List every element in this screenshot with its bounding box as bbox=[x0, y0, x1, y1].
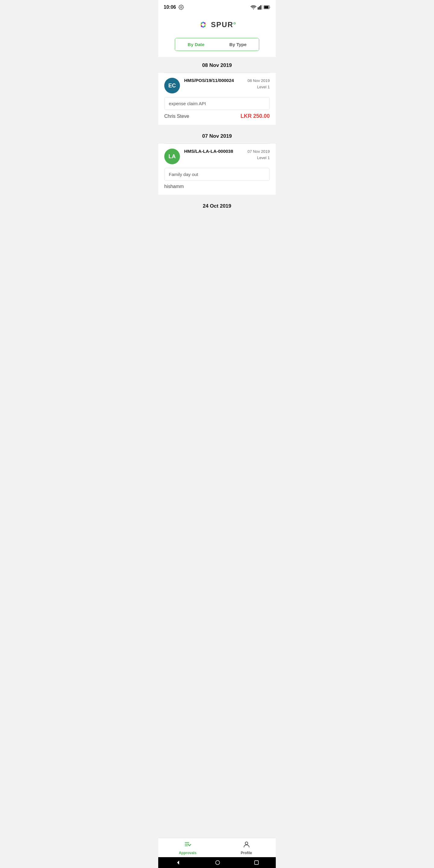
card-user-1: Chris Steve bbox=[164, 114, 189, 119]
avatar-ec: EC bbox=[164, 78, 180, 93]
tab-by-type[interactable]: By Type bbox=[217, 38, 259, 51]
card-header-row: EC HMS/POS/19/11/000024 08 Nov 2019 Leve… bbox=[164, 78, 270, 93]
card-description-2: Family day out bbox=[164, 168, 270, 181]
tab-by-date[interactable]: By Date bbox=[175, 38, 217, 51]
status-time: 10:06 bbox=[164, 4, 176, 10]
tab-switcher-container: By Date By Type bbox=[158, 35, 276, 57]
date-header-oct24: 24 Oct 2019 bbox=[158, 198, 276, 213]
avatar-la: LA bbox=[164, 149, 180, 164]
card-footer-1: Chris Steve LKR 250.00 bbox=[164, 113, 270, 119]
logo: SPURo bbox=[198, 19, 237, 30]
card-meta: HMS/POS/19/11/000024 bbox=[184, 78, 247, 84]
card-id-1: HMS/POS/19/11/000024 bbox=[184, 78, 247, 83]
card-id-2: HMS/LA-LA-LA-000038 bbox=[184, 149, 247, 154]
card-level-2: Level 1 bbox=[247, 155, 270, 161]
card-level-1: Level 1 bbox=[247, 84, 270, 90]
app-header: SPURo bbox=[158, 13, 276, 35]
svg-rect-4 bbox=[261, 5, 262, 10]
card-date-1: 08 Nov 2019 bbox=[247, 78, 270, 84]
card-footer-2: hishamm bbox=[164, 184, 270, 189]
signal-icon bbox=[258, 5, 262, 10]
date-group-nov8: 08 Nov 2019 EC HMS/POS/19/11/000024 08 N… bbox=[158, 57, 276, 125]
card-date-level-1: 08 Nov 2019 Level 1 bbox=[247, 78, 270, 90]
svg-point-0 bbox=[181, 7, 182, 8]
date-header-nov7: 07 Nov 2019 bbox=[158, 128, 276, 144]
wifi-icon bbox=[250, 5, 256, 10]
card-header-row-2: LA HMS/LA-LA-LA-000038 07 Nov 2019 Level… bbox=[164, 149, 270, 164]
battery-icon bbox=[264, 5, 270, 9]
svg-rect-6 bbox=[264, 6, 269, 8]
status-bar: 10:06 bbox=[158, 0, 276, 13]
card-amount-1: LKR 250.00 bbox=[241, 113, 270, 119]
card-date-level-2: 07 Nov 2019 Level 1 bbox=[247, 149, 270, 161]
date-group-nov7: 07 Nov 2019 LA HMS/LA-LA-LA-000038 07 No… bbox=[158, 128, 276, 195]
tab-switcher: By Date By Type bbox=[175, 38, 259, 51]
date-header-nov8: 08 Nov 2019 bbox=[158, 57, 276, 73]
signal-icons bbox=[250, 5, 270, 10]
expense-card-1[interactable]: EC HMS/POS/19/11/000024 08 Nov 2019 Leve… bbox=[158, 73, 276, 125]
svg-rect-2 bbox=[259, 6, 260, 10]
svg-point-13 bbox=[201, 23, 205, 27]
gear-icon bbox=[179, 4, 184, 10]
card-description-1: expense claim API bbox=[164, 97, 270, 110]
spur-logo-icon bbox=[198, 19, 209, 30]
scroll-content: 08 Nov 2019 EC HMS/POS/19/11/000024 08 N… bbox=[158, 57, 276, 238]
card-date-2: 07 Nov 2019 bbox=[247, 149, 270, 155]
card-info-left: EC HMS/POS/19/11/000024 bbox=[164, 78, 247, 93]
svg-rect-1 bbox=[258, 7, 258, 10]
logo-text: SPURo bbox=[211, 21, 237, 29]
card-meta-2: HMS/LA-LA-LA-000038 bbox=[184, 149, 247, 154]
card-user-2: hishamm bbox=[164, 184, 184, 189]
card-info-left-2: LA HMS/LA-LA-LA-000038 bbox=[164, 149, 247, 164]
date-group-oct24: 24 Oct 2019 bbox=[158, 198, 276, 213]
expense-card-2[interactable]: LA HMS/LA-LA-LA-000038 07 Nov 2019 Level… bbox=[158, 144, 276, 195]
svg-rect-3 bbox=[260, 5, 261, 10]
